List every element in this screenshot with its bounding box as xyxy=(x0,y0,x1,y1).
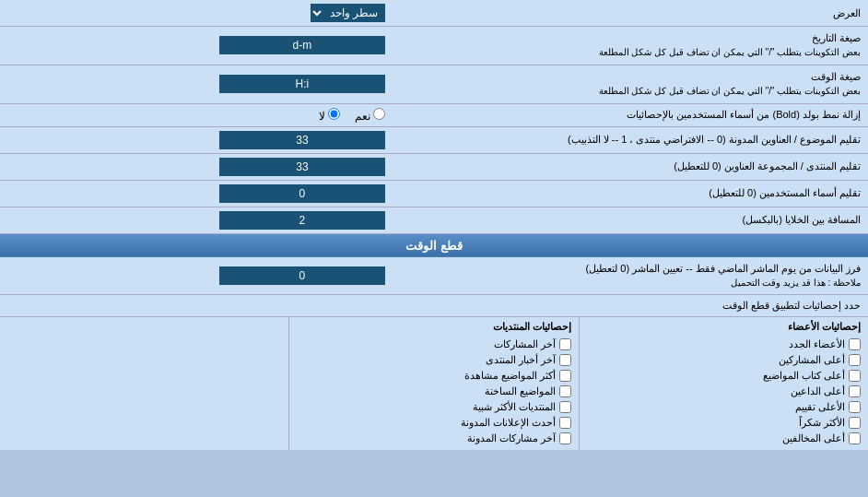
label-cell-spacing: المسافة بين الخلايا (بالبكسل) xyxy=(391,207,868,233)
label-filter-data: فرز البيانات من يوم الماشر الماضي فقط --… xyxy=(391,257,868,295)
checkbox-label-new-members: الأعضاء الجدد xyxy=(789,338,845,350)
checkbox-label-forum-news: آخر أخبار المنتدى xyxy=(486,354,556,366)
checkbox-label-top-posters: أعلى المشاركين xyxy=(779,354,845,366)
radio-yes-label[interactable]: نعم xyxy=(351,110,385,123)
radio-no-label[interactable]: لا xyxy=(319,110,340,123)
label-time-format: صيغة الوقت بعض التكوينات يتطلب "/" التي … xyxy=(391,65,868,103)
filter-data-input[interactable] xyxy=(219,266,385,285)
checkbox-forum-news[interactable]: آخر أخبار المنتدى xyxy=(297,352,570,368)
checkbox-most-thanked[interactable]: الأكثر شكراً xyxy=(587,415,861,431)
checkbox-most-viewed[interactable]: أكثر المواضيع مشاهدة xyxy=(297,368,570,384)
stats-apply-label: حدد إحصائيات لتطبيق قطع الوقت xyxy=(0,295,868,317)
time-format-input[interactable] xyxy=(219,75,385,93)
radio-no[interactable] xyxy=(328,108,340,120)
checkbox-most-popular-forums[interactable]: المنتديات الأكثر شبية xyxy=(297,399,570,415)
trim-topic-input[interactable] xyxy=(219,131,385,149)
checkbox-label-top-thread-authors: أعلى كتاب المواضيع xyxy=(763,370,845,382)
trim-forum-input[interactable] xyxy=(219,158,385,176)
checkbox-label-top-inviters: أعلى الداعين xyxy=(791,385,845,397)
label-trim-topic: تقليم الموضوع / العناوين المدونة (0 -- ا… xyxy=(391,126,868,153)
col2-title: إحصائيات المنتديات xyxy=(297,321,570,333)
checkbox-label-most-popular-forums: المنتديات الأكثر شبية xyxy=(473,401,556,413)
label-trim-forum: تقليم المنتدى / المجموعة العناوين (0 للت… xyxy=(391,153,868,180)
checkbox-label-last-blog-posts: آخر مشاركات المدونة xyxy=(467,432,556,444)
label-trim-usernames: تقليم أسماء المستخدمين (0 للتعطيل) xyxy=(391,180,868,207)
label-date-format: صيغة التاريخ بعض التكوينات يتطلب "/" الت… xyxy=(391,27,868,65)
checkbox-new-members[interactable]: الأعضاء الجدد xyxy=(587,337,861,352)
checkbox-top-thread-authors[interactable]: أعلى كتاب المواضيع xyxy=(587,368,861,384)
عرض-dropdown[interactable]: سطر واحد xyxy=(311,4,385,22)
checkbox-label-last-posts: آخر المشاركات xyxy=(494,338,556,350)
checkbox-hot-topics[interactable]: المواضيع الساخنة xyxy=(297,384,570,399)
trim-usernames-input[interactable] xyxy=(219,184,385,203)
checkbox-last-posts[interactable]: آخر المشاركات xyxy=(297,337,570,352)
checkbox-top-posters[interactable]: أعلى المشاركين xyxy=(587,352,861,368)
checkbox-label-top-rated: الأعلى تقييم xyxy=(795,401,845,413)
section-cutoff-time: قطع الوقت xyxy=(0,233,868,257)
checkbox-label-most-thanked: الأكثر شكراً xyxy=(799,417,845,429)
checkbox-top-rated[interactable]: الأعلى تقييم xyxy=(587,399,861,415)
checkbox-label-top-violators: أعلى المخالفين xyxy=(782,432,845,444)
checkbox-top-violators[interactable]: أعلى المخالفين xyxy=(587,431,861,446)
col1-title: إحصائيات الأعضاء xyxy=(587,321,861,333)
checkbox-top-inviters[interactable]: أعلى الداعين xyxy=(587,384,861,399)
date-format-input[interactable] xyxy=(219,36,385,54)
checkbox-last-blog-posts[interactable]: آخر مشاركات المدونة xyxy=(297,431,570,446)
col3-placeholder xyxy=(7,321,281,332)
checkbox-label-latest-announcements: أحدث الإعلانات المدونة xyxy=(461,417,556,429)
checkbox-label-hot-topics: المواضيع الساخنة xyxy=(485,385,556,397)
cell-spacing-input[interactable] xyxy=(219,211,385,230)
label-عرض: العرض xyxy=(391,0,868,27)
checkbox-latest-announcements[interactable]: أحدث الإعلانات المدونة xyxy=(297,415,570,431)
checkbox-label-most-viewed: أكثر المواضيع مشاهدة xyxy=(464,370,556,382)
label-bold-remove: إزالة نمط بولد (Bold) من أسماء المستخدمي… xyxy=(391,103,868,126)
radio-yes[interactable] xyxy=(373,108,385,120)
